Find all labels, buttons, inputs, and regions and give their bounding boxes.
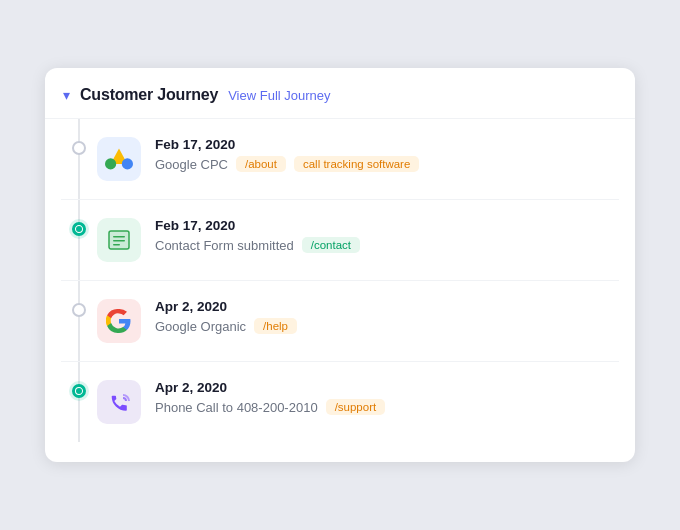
- item-label: Contact Form submitted: [155, 238, 294, 253]
- contact-form-icon-box: [97, 218, 141, 262]
- chevron-icon[interactable]: ▾: [63, 87, 70, 103]
- svg-rect-5: [113, 240, 125, 242]
- timeline-dot-col: [61, 218, 97, 236]
- card-header: ▾ Customer Journey View Full Journey: [45, 68, 635, 119]
- view-full-journey-link[interactable]: View Full Journey: [228, 88, 330, 103]
- list-item: Feb 17, 2020Google CPC/aboutcall trackin…: [61, 119, 619, 200]
- list-item: Feb 17, 2020Contact Form submitted/conta…: [61, 200, 619, 281]
- item-label: Google CPC: [155, 157, 228, 172]
- item-label: Google Organic: [155, 319, 246, 334]
- item-content: Apr 2, 2020Phone Call to 408-200-2010/su…: [155, 380, 619, 415]
- item-tag: /help: [254, 318, 297, 334]
- timeline-dot-col: [61, 299, 97, 317]
- timeline-dot-active: [72, 384, 86, 398]
- svg-rect-6: [113, 244, 120, 246]
- item-tag: /contact: [302, 237, 360, 253]
- item-date: Feb 17, 2020: [155, 137, 619, 152]
- svg-rect-4: [113, 236, 125, 238]
- item-date: Apr 2, 2020: [155, 299, 619, 314]
- google-cpc-icon-box: [97, 137, 141, 181]
- timeline-dot-active: [72, 222, 86, 236]
- item-row: Google Organic/help: [155, 318, 619, 334]
- item-tag: /about: [236, 156, 286, 172]
- item-content: Feb 17, 2020Google CPC/aboutcall trackin…: [155, 137, 619, 172]
- timeline-dot-col: [61, 137, 97, 155]
- phone-call-icon-box: [97, 380, 141, 424]
- list-item: Apr 2, 2020Google Organic/help: [61, 281, 619, 362]
- timeline-dot: [72, 303, 86, 317]
- page-title: Customer Journey: [80, 86, 218, 104]
- svg-point-1: [105, 158, 116, 169]
- svg-point-0: [122, 158, 133, 169]
- timeline-dot-col: [61, 380, 97, 398]
- timeline-dot: [72, 141, 86, 155]
- item-content: Apr 2, 2020Google Organic/help: [155, 299, 619, 334]
- item-row: Phone Call to 408-200-2010/support: [155, 399, 619, 415]
- item-date: Apr 2, 2020: [155, 380, 619, 395]
- item-row: Google CPC/aboutcall tracking software: [155, 156, 619, 172]
- item-label: Phone Call to 408-200-2010: [155, 400, 318, 415]
- item-date: Feb 17, 2020: [155, 218, 619, 233]
- item-row: Contact Form submitted/contact: [155, 237, 619, 253]
- customer-journey-card: ▾ Customer Journey View Full Journey Feb…: [45, 68, 635, 462]
- timeline: Feb 17, 2020Google CPC/aboutcall trackin…: [45, 119, 635, 442]
- list-item: Apr 2, 2020Phone Call to 408-200-2010/su…: [61, 362, 619, 442]
- item-tag: call tracking software: [294, 156, 419, 172]
- google-organic-icon-box: [97, 299, 141, 343]
- item-content: Feb 17, 2020Contact Form submitted/conta…: [155, 218, 619, 253]
- item-tag: /support: [326, 399, 386, 415]
